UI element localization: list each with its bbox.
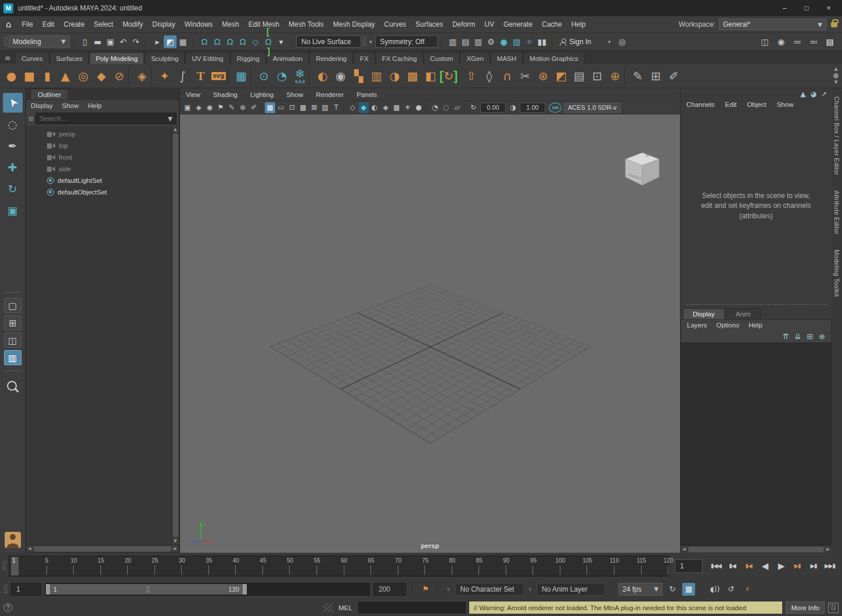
scroll-thumb[interactable] [688, 547, 824, 552]
grease-pencil-icon[interactable]: ✎ [226, 102, 237, 113]
drag-handle[interactable] [2, 561, 6, 571]
shelf-tab[interactable]: Sculpting [145, 52, 185, 64]
range-track[interactable]: 1 120 [45, 583, 370, 596]
shelf-tab[interactable]: Poly Modeling [89, 52, 144, 64]
playback-end-field[interactable]: 200 [373, 583, 406, 596]
move-layer-down-icon[interactable]: ⇊ [794, 332, 801, 341]
contrast-field[interactable]: 1.00 [520, 103, 545, 113]
center-pivot-icon[interactable]: ⊙ [255, 66, 273, 87]
channelbox-menu-item[interactable]: Show [777, 101, 794, 108]
menu-item[interactable]: Generate [499, 20, 537, 28]
current-frame-field[interactable]: 1 [675, 559, 703, 573]
open-scene-icon[interactable]: ▬ [91, 35, 104, 48]
menu-item[interactable]: Mesh Tools [284, 20, 328, 28]
shelf-menu-icon[interactable]: ≡ [5, 54, 10, 62]
wireframe-icon[interactable]: ◇ [347, 102, 358, 113]
shelf-tab[interactable]: Custom [424, 52, 460, 64]
move-tool[interactable]: ✚ [3, 157, 23, 177]
poly-disc-icon[interactable]: ⊘ [110, 66, 128, 87]
scroll-right-icon[interactable]: ▶ [825, 547, 832, 552]
outliner-menu-item[interactable]: Help [88, 102, 102, 109]
resolution-gate-icon[interactable]: ⊡ [287, 102, 297, 113]
snap-points-icon[interactable]: Ω [224, 35, 236, 48]
fill-hole-icon[interactable]: ▩ [404, 66, 422, 87]
outliner-item-defaultObjectSet[interactable]: defaultObjectSet [26, 186, 171, 198]
tool-settings-toggle-icon[interactable]: ≔ [791, 35, 804, 48]
menu-item[interactable]: Display [147, 20, 179, 28]
quad-draw-icon[interactable]: ▤ [570, 66, 588, 87]
sweep-mesh-icon[interactable]: ✦ [156, 66, 174, 87]
poly-torus-icon[interactable]: ◎ [74, 66, 92, 87]
lasso-tool[interactable]: ◌ [3, 114, 23, 134]
channel-display-icon[interactable]: ▲ [800, 90, 805, 98]
viewport-menu-item[interactable]: Lighting [250, 91, 274, 98]
channelbox-menu-item[interactable]: Object [747, 101, 766, 108]
scroll-up-icon[interactable]: ▲ [174, 126, 177, 133]
cached-playback-icon[interactable]: ↺ [725, 583, 737, 596]
menu-item[interactable]: Edit Mesh [244, 20, 284, 28]
chevron-down-icon[interactable]: ▿ [445, 586, 452, 592]
poly-cone-icon[interactable]: ▲ [56, 66, 74, 87]
range-grip[interactable] [146, 586, 150, 592]
menu-item[interactable]: Mesh Display [329, 20, 380, 28]
viewport-canvas[interactable]: FRONT RIGHT y x z persp [180, 114, 680, 553]
menu-item[interactable]: Modify [118, 20, 147, 28]
pick-color-icon[interactable]: ✐ [249, 102, 259, 113]
character-controls-icon[interactable]: ◉ [775, 35, 787, 48]
menu-item[interactable]: Mesh [217, 20, 243, 28]
selected-object-snap-icon[interactable]: Ω [262, 35, 275, 48]
extract-icon[interactable]: ▥ [368, 66, 386, 87]
scroll-left-icon[interactable]: ◀ [681, 547, 688, 552]
outliner-tab[interactable]: Outliner [30, 89, 69, 99]
mute-audio-icon[interactable]: ◖)) [708, 583, 721, 596]
zoom-tool-icon[interactable] [4, 379, 21, 396]
outliner-toggle-icon[interactable]: ◫ [758, 35, 771, 48]
delete-history-icon[interactable]: ◔ [273, 66, 291, 87]
shelf-tab[interactable]: Curves [15, 52, 49, 64]
hypershade-icon[interactable]: ✧ [523, 35, 536, 48]
bookmark-icon[interactable]: ⚑ [215, 102, 226, 113]
create-curve-icon[interactable]: ✎ [629, 66, 647, 87]
motion-blur-icon[interactable]: ◌ [441, 102, 451, 113]
character-set-select[interactable]: No Character Set [455, 583, 524, 596]
viewport-menu-item[interactable]: Renderer [316, 91, 344, 98]
poly-cube-icon[interactable]: ■ [20, 66, 38, 87]
layer-editor-tab[interactable]: Anim [726, 308, 761, 319]
select-hierarchy-icon[interactable]: ▸ [151, 35, 164, 48]
drag-handle[interactable] [3, 584, 8, 595]
shelf-tab[interactable]: XGen [460, 52, 490, 64]
layout-outliner-persp[interactable]: ▥ [4, 350, 21, 365]
save-scene-icon[interactable]: ▣ [104, 35, 117, 48]
maximize-button[interactable]: □ [797, 2, 816, 15]
script-editor-icon[interactable]: {;} [828, 603, 839, 613]
use-default-material-icon[interactable]: ◈ [380, 102, 391, 113]
extrude-icon[interactable]: ⇧ [462, 66, 480, 87]
next-keyframe-button[interactable]: ▶▮ [790, 559, 805, 574]
menu-item[interactable]: Surfaces [411, 20, 448, 28]
prev-keyframe-button[interactable]: ▮◀ [741, 559, 756, 574]
add-empty-layer-icon[interactable]: ⊞ [807, 332, 813, 341]
render-setup-icon[interactable]: ● [498, 35, 510, 48]
shelf-tab[interactable]: Rigging [231, 52, 266, 64]
render-settings-icon[interactable]: ⚙ [485, 35, 498, 48]
bridge-icon[interactable]: ∩ [498, 66, 516, 87]
menu-item[interactable]: Create [59, 20, 89, 28]
redo-icon[interactable]: ↷ [129, 35, 142, 48]
target-weld-icon[interactable]: ⊡ [588, 66, 606, 87]
shelf-scroll-down-icon[interactable]: ▼ [834, 80, 837, 85]
tab-attribute-editor[interactable]: Attribute Editor [833, 190, 840, 235]
gate-mask-icon[interactable]: ▩ [298, 102, 308, 113]
shelf-tab[interactable]: Surfaces [50, 52, 89, 64]
platonic-solid-icon[interactable]: ◈ [133, 66, 151, 87]
resize-grip[interactable] [323, 603, 333, 613]
smooth-shade-icon[interactable]: ◆ [358, 102, 369, 113]
spin-edge-icon[interactable]: ↻ [440, 66, 458, 87]
viewport-menu-item[interactable]: View [186, 91, 200, 98]
smooth-icon[interactable]: ◑ [386, 66, 404, 87]
snap-projected-center-icon[interactable]: Ω [236, 35, 249, 48]
chevron-down-icon[interactable]: ▼ [168, 116, 172, 122]
svg-tool-icon[interactable]: svg [210, 66, 228, 87]
fps-select[interactable]: 24 fps▼ [618, 583, 663, 596]
circularize-icon[interactable]: ⊛ [534, 66, 552, 87]
shelf-tab[interactable]: UV Editing [185, 52, 229, 64]
